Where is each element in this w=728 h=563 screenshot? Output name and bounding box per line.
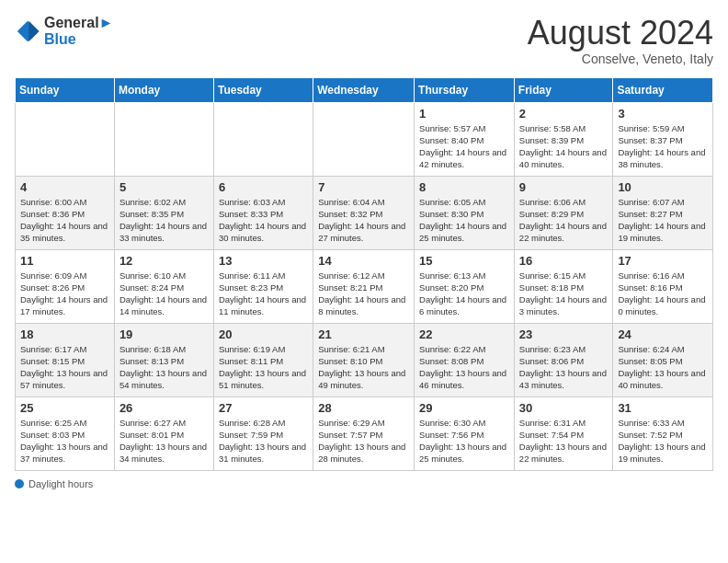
day-number: 6	[219, 180, 308, 194]
day-number: 27	[219, 401, 308, 415]
location: Conselve, Veneto, Italy	[528, 52, 713, 66]
title-block: August 2024 Conselve, Veneto, Italy	[528, 15, 713, 66]
day-info: Sunrise: 6:10 AM Sunset: 8:24 PM Dayligh…	[119, 270, 209, 318]
col-header-sunday: Sunday	[16, 77, 115, 102]
day-info: Sunrise: 5:57 AM Sunset: 8:40 PM Dayligh…	[419, 122, 509, 171]
calendar-week-row: 25Sunrise: 6:25 AM Sunset: 8:03 PM Dayli…	[16, 396, 713, 470]
calendar-cell: 22Sunrise: 6:22 AM Sunset: 8:08 PM Dayli…	[415, 323, 515, 396]
day-number: 10	[618, 180, 708, 194]
day-info: Sunrise: 6:13 AM Sunset: 8:20 PM Dayligh…	[419, 270, 509, 318]
day-info: Sunrise: 6:17 AM Sunset: 8:15 PM Dayligh…	[20, 343, 109, 392]
calendar-cell: 24Sunrise: 6:24 AM Sunset: 8:05 PM Dayli…	[613, 323, 713, 396]
svg-marker-1	[28, 21, 39, 41]
calendar-cell: 18Sunrise: 6:17 AM Sunset: 8:15 PM Dayli…	[16, 323, 115, 396]
calendar-cell: 28Sunrise: 6:29 AM Sunset: 7:57 PM Dayli…	[313, 396, 415, 470]
day-number: 25	[20, 401, 109, 415]
calendar-cell: 4Sunrise: 6:00 AM Sunset: 8:36 PM Daylig…	[16, 176, 115, 249]
day-info: Sunrise: 6:02 AM Sunset: 8:35 PM Dayligh…	[119, 196, 209, 245]
day-info: Sunrise: 6:19 AM Sunset: 8:11 PM Dayligh…	[219, 343, 308, 392]
calendar-cell: 7Sunrise: 6:04 AM Sunset: 8:32 PM Daylig…	[313, 176, 415, 249]
calendar-week-row: 4Sunrise: 6:00 AM Sunset: 8:36 PM Daylig…	[16, 176, 713, 249]
col-header-thursday: Thursday	[415, 77, 515, 102]
day-number: 12	[119, 254, 209, 268]
calendar-cell: 21Sunrise: 6:21 AM Sunset: 8:10 PM Dayli…	[313, 323, 415, 396]
calendar-week-row: 1Sunrise: 5:57 AM Sunset: 8:40 PM Daylig…	[16, 102, 713, 176]
calendar-cell: 2Sunrise: 5:58 AM Sunset: 8:39 PM Daylig…	[514, 102, 613, 176]
day-info: Sunrise: 6:33 AM Sunset: 7:52 PM Dayligh…	[618, 417, 708, 465]
day-info: Sunrise: 6:31 AM Sunset: 7:54 PM Dayligh…	[519, 417, 609, 465]
day-number: 4	[20, 180, 109, 194]
calendar-cell	[114, 102, 213, 176]
calendar-cell: 13Sunrise: 6:11 AM Sunset: 8:23 PM Dayli…	[213, 249, 313, 323]
calendar-cell: 14Sunrise: 6:12 AM Sunset: 8:21 PM Dayli…	[313, 249, 415, 323]
day-info: Sunrise: 6:11 AM Sunset: 8:23 PM Dayligh…	[219, 270, 308, 318]
col-header-saturday: Saturday	[613, 77, 713, 102]
calendar-cell: 12Sunrise: 6:10 AM Sunset: 8:24 PM Dayli…	[114, 249, 213, 323]
day-number: 13	[219, 254, 308, 268]
day-info: Sunrise: 6:30 AM Sunset: 7:56 PM Dayligh…	[419, 417, 509, 465]
logo: General► Blue	[15, 15, 113, 48]
month-title: August 2024	[528, 15, 713, 52]
logo-icon	[15, 18, 40, 44]
calendar-cell: 31Sunrise: 6:33 AM Sunset: 7:52 PM Dayli…	[613, 396, 713, 470]
calendar-cell: 3Sunrise: 5:59 AM Sunset: 8:37 PM Daylig…	[613, 102, 713, 176]
day-number: 1	[419, 107, 509, 121]
day-info: Sunrise: 6:15 AM Sunset: 8:18 PM Dayligh…	[519, 270, 609, 318]
day-number: 14	[318, 254, 409, 268]
day-info: Sunrise: 5:58 AM Sunset: 8:39 PM Dayligh…	[519, 122, 609, 171]
day-number: 28	[318, 401, 409, 415]
day-number: 2	[519, 107, 609, 121]
day-number: 17	[618, 254, 708, 268]
day-number: 11	[20, 254, 109, 268]
day-info: Sunrise: 6:21 AM Sunset: 8:10 PM Dayligh…	[318, 343, 409, 392]
col-header-friday: Friday	[514, 77, 613, 102]
day-number: 19	[119, 327, 209, 341]
day-number: 26	[119, 401, 209, 415]
calendar-cell	[313, 102, 415, 176]
day-number: 21	[318, 327, 409, 341]
day-number: 5	[119, 180, 209, 194]
calendar-cell: 10Sunrise: 6:07 AM Sunset: 8:27 PM Dayli…	[613, 176, 713, 249]
day-info: Sunrise: 6:00 AM Sunset: 8:36 PM Dayligh…	[20, 196, 109, 245]
day-number: 29	[419, 401, 509, 415]
day-info: Sunrise: 6:18 AM Sunset: 8:13 PM Dayligh…	[119, 343, 209, 392]
daylight-dot	[15, 479, 24, 488]
calendar-cell: 25Sunrise: 6:25 AM Sunset: 8:03 PM Dayli…	[16, 396, 115, 470]
day-info: Sunrise: 6:12 AM Sunset: 8:21 PM Dayligh…	[318, 270, 409, 318]
calendar-cell: 11Sunrise: 6:09 AM Sunset: 8:26 PM Dayli…	[16, 249, 115, 323]
day-info: Sunrise: 6:03 AM Sunset: 8:33 PM Dayligh…	[219, 196, 308, 245]
calendar-cell: 9Sunrise: 6:06 AM Sunset: 8:29 PM Daylig…	[514, 176, 613, 249]
day-info: Sunrise: 6:23 AM Sunset: 8:06 PM Dayligh…	[519, 343, 609, 392]
col-header-tuesday: Tuesday	[213, 77, 313, 102]
day-number: 8	[419, 180, 509, 194]
day-info: Sunrise: 6:29 AM Sunset: 7:57 PM Dayligh…	[318, 417, 409, 465]
day-number: 15	[419, 254, 509, 268]
day-number: 20	[219, 327, 308, 341]
calendar-cell: 17Sunrise: 6:16 AM Sunset: 8:16 PM Dayli…	[613, 249, 713, 323]
day-number: 24	[618, 327, 708, 341]
day-number: 7	[318, 180, 409, 194]
day-number: 16	[519, 254, 609, 268]
calendar-cell	[213, 102, 313, 176]
day-info: Sunrise: 6:05 AM Sunset: 8:30 PM Dayligh…	[419, 196, 509, 245]
calendar-cell: 23Sunrise: 6:23 AM Sunset: 8:06 PM Dayli…	[514, 323, 613, 396]
daylight-label: Daylight hours	[28, 478, 93, 489]
calendar-header-row: SundayMondayTuesdayWednesdayThursdayFrid…	[16, 77, 713, 102]
footer: Daylight hours	[15, 478, 713, 489]
day-info: Sunrise: 6:25 AM Sunset: 8:03 PM Dayligh…	[20, 417, 109, 465]
calendar-cell: 16Sunrise: 6:15 AM Sunset: 8:18 PM Dayli…	[514, 249, 613, 323]
day-info: Sunrise: 6:22 AM Sunset: 8:08 PM Dayligh…	[419, 343, 509, 392]
col-header-monday: Monday	[114, 77, 213, 102]
day-number: 22	[419, 327, 509, 341]
calendar-week-row: 18Sunrise: 6:17 AM Sunset: 8:15 PM Dayli…	[16, 323, 713, 396]
day-info: Sunrise: 6:09 AM Sunset: 8:26 PM Dayligh…	[20, 270, 109, 318]
day-number: 18	[20, 327, 109, 341]
page-header: General► Blue August 2024 Conselve, Vene…	[15, 15, 713, 66]
day-info: Sunrise: 6:06 AM Sunset: 8:29 PM Dayligh…	[519, 196, 609, 245]
day-number: 9	[519, 180, 609, 194]
calendar-cell: 26Sunrise: 6:27 AM Sunset: 8:01 PM Dayli…	[114, 396, 213, 470]
day-number: 3	[618, 107, 708, 121]
day-info: Sunrise: 6:04 AM Sunset: 8:32 PM Dayligh…	[318, 196, 409, 245]
calendar-cell: 30Sunrise: 6:31 AM Sunset: 7:54 PM Dayli…	[514, 396, 613, 470]
day-info: Sunrise: 6:28 AM Sunset: 7:59 PM Dayligh…	[219, 417, 308, 465]
